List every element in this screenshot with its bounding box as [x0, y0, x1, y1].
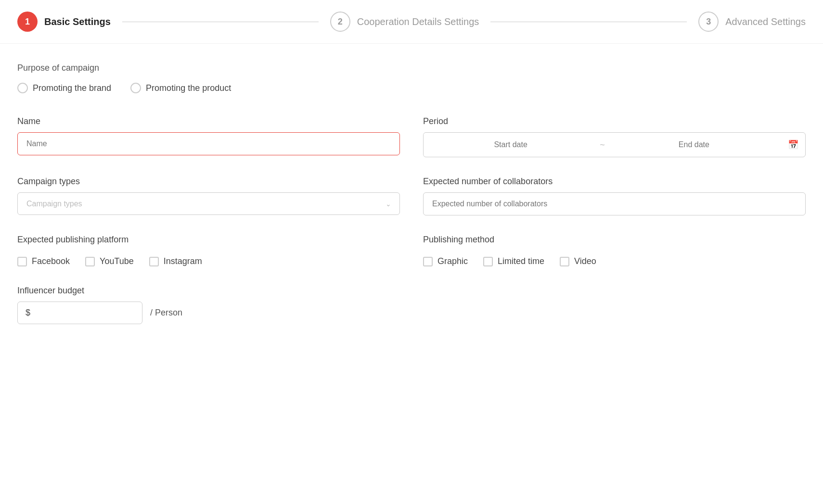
platform-checkboxes: Facebook YouTube Instagram [17, 256, 400, 266]
budget-input[interactable] [34, 309, 134, 317]
period-label: Period [423, 116, 806, 126]
step-3[interactable]: 3 Advanced Settings [698, 12, 806, 32]
radio-brand-label: Promoting the brand [33, 83, 111, 93]
publishing-method-group: Publishing method Graphic Limited time V… [423, 235, 806, 266]
name-input[interactable] [17, 132, 400, 155]
checkbox-facebook-label: Facebook [32, 256, 70, 266]
checkbox-facebook[interactable]: Facebook [17, 256, 70, 266]
budget-input-wrapper: $ [17, 302, 142, 324]
radio-brand[interactable]: Promoting the brand [17, 83, 111, 93]
radio-product-input[interactable] [130, 83, 141, 93]
checkbox-graphic[interactable]: Graphic [423, 256, 468, 266]
period-range: ~ 📅 [423, 132, 806, 157]
radio-product-label: Promoting the product [146, 83, 231, 93]
radio-brand-input[interactable] [17, 83, 28, 93]
budget-section: Influencer budget $ / Person [17, 286, 806, 324]
step-1[interactable]: 1 Basic Settings [17, 12, 111, 32]
name-period-row: Name Period ~ 📅 [17, 116, 806, 157]
period-end-input[interactable] [607, 134, 781, 156]
publishing-platform-label: Expected publishing platform [17, 235, 400, 245]
campaign-types-select-wrapper: Campaign types ⌄ [17, 192, 400, 215]
period-group: Period ~ 📅 [423, 116, 806, 157]
checkbox-limited-time-label: Limited time [498, 256, 544, 266]
purpose-section: Purpose of campaign Promoting the brand … [17, 63, 806, 93]
publishing-method-label: Publishing method [423, 235, 806, 245]
step-2-circle: 2 [330, 12, 350, 32]
budget-currency-symbol: $ [26, 308, 30, 318]
checkbox-graphic-input[interactable] [423, 257, 433, 266]
step-2-label: Cooperation Details Settings [357, 16, 479, 27]
method-checkboxes: Graphic Limited time Video [423, 256, 806, 266]
checkbox-video-label: Video [574, 256, 596, 266]
budget-per-person-label: / Person [150, 308, 182, 318]
form-content: Purpose of campaign Promoting the brand … [0, 44, 823, 343]
checkbox-video-input[interactable] [560, 257, 569, 266]
campaign-collaborators-row: Campaign types Campaign types ⌄ Expected… [17, 176, 806, 215]
name-group: Name [17, 116, 400, 157]
name-label: Name [17, 116, 400, 126]
checkbox-limited-time[interactable]: Limited time [483, 256, 544, 266]
checkbox-youtube[interactable]: YouTube [85, 256, 134, 266]
step-1-label: Basic Settings [44, 16, 111, 27]
step-connector-2 [490, 22, 687, 22]
step-3-label: Advanced Settings [725, 16, 806, 27]
purpose-radio-group: Promoting the brand Promoting the produc… [17, 83, 806, 93]
calendar-icon[interactable]: 📅 [781, 133, 805, 157]
checkbox-instagram-input[interactable] [149, 257, 159, 266]
radio-product[interactable]: Promoting the product [130, 83, 231, 93]
campaign-types-label: Campaign types [17, 176, 400, 187]
collaborators-input[interactable] [423, 192, 806, 215]
period-start-input[interactable] [424, 134, 598, 156]
step-3-circle: 3 [698, 12, 719, 32]
collaborators-group: Expected number of collaborators [423, 176, 806, 215]
checkbox-instagram-label: Instagram [164, 256, 202, 266]
checkbox-limited-time-input[interactable] [483, 257, 493, 266]
checkbox-graphic-label: Graphic [437, 256, 468, 266]
purpose-label: Purpose of campaign [17, 63, 806, 73]
checkbox-youtube-input[interactable] [85, 257, 95, 266]
budget-input-row: $ / Person [17, 302, 806, 324]
campaign-types-select[interactable]: Campaign types [17, 192, 400, 215]
checkbox-facebook-input[interactable] [17, 257, 27, 266]
period-separator: ~ [598, 140, 607, 150]
platform-method-row: Expected publishing platform Facebook Yo… [17, 235, 806, 266]
publishing-platform-group: Expected publishing platform Facebook Yo… [17, 235, 400, 266]
step-2[interactable]: 2 Cooperation Details Settings [330, 12, 479, 32]
campaign-types-group: Campaign types Campaign types ⌄ [17, 176, 400, 215]
step-connector-1 [122, 22, 319, 22]
stepper: 1 Basic Settings 2 Cooperation Details S… [0, 0, 823, 44]
collaborators-label: Expected number of collaborators [423, 176, 806, 187]
checkbox-video[interactable]: Video [560, 256, 596, 266]
checkbox-youtube-label: YouTube [100, 256, 134, 266]
step-1-circle: 1 [17, 12, 38, 32]
budget-label: Influencer budget [17, 286, 806, 296]
checkbox-instagram[interactable]: Instagram [149, 256, 202, 266]
